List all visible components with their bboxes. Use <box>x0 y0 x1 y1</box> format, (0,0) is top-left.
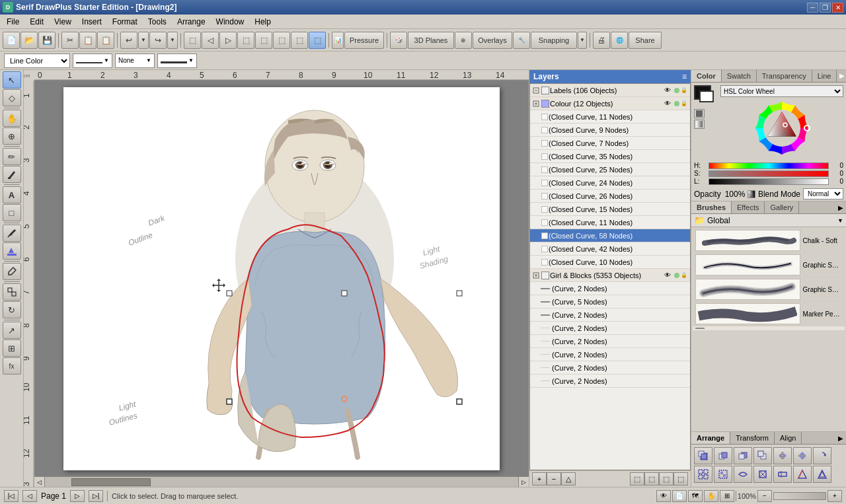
solid-mode-btn[interactable] <box>694 109 705 118</box>
layer-eye-button[interactable]: 👁 <box>662 99 673 108</box>
minimize-button[interactable]: ─ <box>807 3 818 13</box>
tab-line[interactable]: Line <box>812 70 837 82</box>
tool-zoom[interactable]: ⊕ <box>3 127 21 145</box>
overlays-button[interactable]: Overlays <box>473 32 512 49</box>
redo-button[interactable]: ↪ <box>149 32 167 49</box>
layer-item[interactable]: (Curve, 2 Nodes) <box>530 375 690 388</box>
menu-edit[interactable]: Edit <box>24 16 49 28</box>
navigator-btn[interactable]: 🗺 <box>688 490 703 502</box>
tab-swatch[interactable]: Swatch <box>722 70 757 82</box>
snapping-button[interactable]: Snapping <box>531 32 577 49</box>
page-next-button[interactable]: ▷ <box>70 490 85 502</box>
window-buttons[interactable]: ─ ❐ ✕ <box>807 3 843 13</box>
ungroup-btn[interactable] <box>714 466 732 483</box>
stroke-swatch[interactable] <box>699 90 714 102</box>
zoom-slider[interactable] <box>773 492 826 500</box>
expand-icon[interactable] <box>531 271 541 280</box>
paste-button[interactable]: 📋 <box>97 32 114 49</box>
brush-marker-pen[interactable]: Marker Pen 01 <box>693 302 845 326</box>
layer-eye-button[interactable]: 👁 <box>662 271 673 280</box>
tool-text[interactable]: A <box>3 186 21 203</box>
page-settings-btn[interactable]: 📄 <box>672 490 687 502</box>
menu-format[interactable]: Format <box>107 16 143 28</box>
menu-help[interactable]: Help <box>249 16 276 28</box>
3d-planes-icon[interactable]: 🎲 <box>390 32 407 49</box>
tool-pen[interactable] <box>3 225 21 242</box>
color-wheel-container[interactable] <box>720 98 843 158</box>
fill-stroke-swatches[interactable] <box>694 85 718 105</box>
scroll-left-button[interactable]: ◁ <box>34 477 45 487</box>
tab-gallery[interactable]: Gallery <box>765 201 799 213</box>
arrange-btn-r2-7[interactable] <box>813 466 831 483</box>
transform-btn7[interactable]: ⬚ <box>291 32 308 49</box>
menu-window[interactable]: Window <box>211 16 250 28</box>
line-style-dropdown[interactable]: ▼ <box>73 54 112 68</box>
menu-insert[interactable]: Insert <box>77 16 107 28</box>
tab-transform[interactable]: Transform <box>730 432 775 444</box>
folder-dropdown[interactable]: ▼ <box>837 217 843 224</box>
tool-eyedropper[interactable] <box>3 263 21 280</box>
send-to-back-btn[interactable] <box>753 447 772 464</box>
menu-arrange[interactable]: Arrange <box>172 16 211 28</box>
layer-remove-button[interactable]: − <box>547 472 561 486</box>
layer-item[interactable]: (Closed Curve, 35 Nodes) <box>530 150 690 163</box>
cut-button[interactable]: ✂ <box>61 32 79 49</box>
layer-item[interactable]: (Closed Curve, 24 Nodes) <box>530 176 690 190</box>
redo-dropdown[interactable]: ▼ <box>167 32 178 49</box>
layers-menu-button[interactable]: ≡ <box>682 72 687 81</box>
snapping-dropdown[interactable]: ▼ <box>578 32 587 49</box>
tab-arrange[interactable]: Arrange <box>691 432 730 444</box>
brush-graphic-outline[interactable]: Graphic Soft Outline 03 <box>693 253 845 277</box>
layer-group-labels[interactable]: Labels (106 Objects) 👁 🔒 <box>530 84 690 97</box>
transform-btn4[interactable]: ⬚ <box>237 32 254 49</box>
menu-tools[interactable]: Tools <box>143 16 172 28</box>
tool-table[interactable]: ⊞ <box>3 340 21 357</box>
drawing-surface[interactable]: Dark Outline Light Shading Light <box>63 87 500 470</box>
zoom-in-button[interactable]: + <box>827 490 842 502</box>
tool-pencil[interactable]: ✏ <box>3 148 21 165</box>
tab-align[interactable]: Align <box>775 432 802 444</box>
share-icon[interactable]: 🌐 <box>611 32 628 49</box>
menu-file[interactable]: File <box>1 16 24 28</box>
hand-tool-btn[interactable]: ✋ <box>704 490 718 502</box>
rotate-cw-btn[interactable] <box>813 447 831 464</box>
menu-view[interactable]: View <box>49 16 77 28</box>
color-wheel-type-select[interactable]: HSL Color Wheel <box>720 85 843 97</box>
sat-slider[interactable] <box>709 170 829 177</box>
layer-item[interactable]: (Curve, 2 Nodes) <box>530 348 690 361</box>
canvas-content[interactable]: Dark Outline Light Shading Light <box>34 81 529 476</box>
layer-eye-button[interactable]: 👁 <box>662 86 673 95</box>
layer-item[interactable]: (Closed Curve, 25 Nodes) <box>530 163 690 176</box>
print-button[interactable]: 🖨 <box>593 32 610 49</box>
layer-group-blocks[interactable]: Girl & Blocks (5353 Objects) 👁 🔒 <box>530 269 690 282</box>
share-button[interactable]: Share <box>629 32 662 49</box>
flip-v-button[interactable]: ◁ <box>202 32 219 49</box>
group-btn[interactable] <box>694 466 712 483</box>
tab-color[interactable]: Color <box>691 70 722 82</box>
pressure-button[interactable]: Pressure <box>344 32 384 49</box>
3d-planes-button[interactable]: 3D Planes <box>408 32 454 49</box>
overlays-icon[interactable]: ⊕ <box>455 32 472 49</box>
bring-forward-btn[interactable] <box>714 447 732 464</box>
close-button[interactable]: ✕ <box>832 3 843 13</box>
transform-btn8[interactable]: ⬚ <box>309 32 326 49</box>
brushes-global-folder[interactable]: 📁 Global ▼ <box>691 214 846 227</box>
save-button[interactable]: 💾 <box>38 32 56 49</box>
tool-symbol[interactable]: fx <box>3 357 21 375</box>
layer-item[interactable]: (Closed Curve, 11 Nodes) <box>530 216 690 229</box>
layer-item-selected[interactable]: (Closed Curve, 58 Nodes) <box>530 229 690 242</box>
layer-btn6[interactable]: ⬚ <box>644 472 659 486</box>
flip-v-btn[interactable] <box>793 447 812 464</box>
snapping-icon[interactable]: 🔧 <box>513 32 530 49</box>
line-width-dropdown[interactable]: ▼ <box>157 54 197 68</box>
flip-h-button[interactable]: ⬚ <box>184 32 201 49</box>
layer-item[interactable]: (Closed Curve, 9 Nodes) <box>530 124 690 137</box>
rotate-left-button[interactable]: ▷ <box>219 32 237 49</box>
zoom-out-button[interactable]: − <box>757 490 772 502</box>
layer-item[interactable]: (Curve, 2 Nodes) <box>530 322 690 335</box>
page-last-button[interactable]: ▷| <box>89 490 103 502</box>
gradient-mode-btn[interactable] <box>694 120 705 129</box>
layer-item[interactable]: (Closed Curve, 10 Nodes) <box>530 256 690 269</box>
scroll-right-button[interactable]: ▷ <box>518 477 529 487</box>
layer-item[interactable]: (Closed Curve, 15 Nodes) <box>530 203 690 216</box>
